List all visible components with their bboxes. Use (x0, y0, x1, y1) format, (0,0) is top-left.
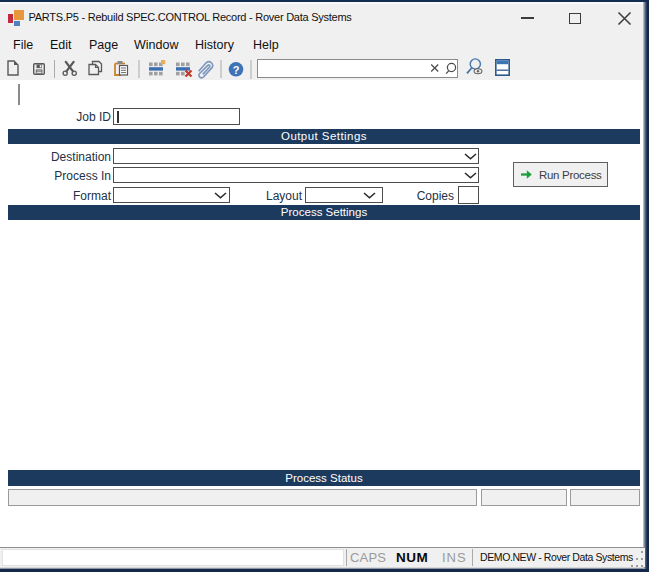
svg-text:?: ? (233, 64, 240, 76)
